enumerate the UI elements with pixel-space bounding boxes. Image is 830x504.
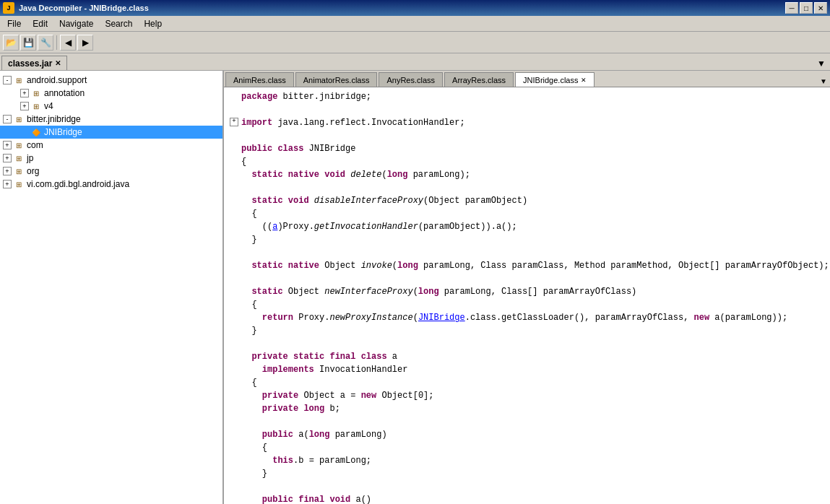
- tree-item-v4[interactable]: + ⊞ v4: [0, 100, 222, 113]
- menu-search[interactable]: Search: [99, 17, 138, 30]
- tree-label: v4: [44, 101, 53, 111]
- code-line: [230, 337, 824, 350]
- code-line: [230, 415, 824, 428]
- outer-tab-label: classes.jar: [8, 58, 52, 69]
- package-icon: ⊞: [30, 87, 42, 99]
- code-panel: AnimRes.class AnimatorRes.class AnyRes.c…: [224, 71, 830, 504]
- tree-toggle-v4[interactable]: +: [20, 102, 29, 110]
- code-line: static Object newInterfaceProxy(long par…: [230, 285, 824, 298]
- tree-item-android-support[interactable]: - ⊞ android.support: [0, 74, 222, 87]
- tree-panel: - ⊞ android.support + ⊞ annotation + ⊞ v…: [0, 71, 224, 504]
- tree-toggle-bitter-jnibridge[interactable]: -: [3, 115, 12, 123]
- tab-arrayres[interactable]: ArrayRes.class: [444, 72, 514, 87]
- inner-tab-close[interactable]: ✕: [581, 77, 587, 84]
- tree-label: android.support: [27, 75, 87, 85]
- tree-item-jp[interactable]: + ⊞ jp: [0, 152, 222, 165]
- code-line: static void disableInterfaceProxy(Object…: [230, 194, 824, 207]
- toolbar: 📂 💾 🔧 ◀ ▶: [0, 32, 830, 53]
- tree-label: annotation: [44, 88, 85, 98]
- outer-tab-close[interactable]: ✕: [55, 59, 61, 67]
- code-line: private long b;: [230, 402, 824, 415]
- tab-label: JNIBridge.class: [523, 76, 578, 84]
- code-line: [230, 272, 824, 285]
- tree-label: com: [27, 140, 43, 150]
- menu-file[interactable]: File: [1, 17, 27, 30]
- code-line: public class JNIBridge: [230, 142, 824, 155]
- code-line: {: [230, 207, 824, 220]
- app-icon: J: [3, 2, 14, 14]
- code-area[interactable]: package bitter.jnibridge; + import java.…: [224, 87, 830, 504]
- package-icon: ⊞: [13, 152, 25, 164]
- tree-label: vi.com.gdi.bgl.android.java: [27, 179, 129, 189]
- tab-label: AnimatorRes.class: [303, 76, 370, 84]
- code-line: [230, 246, 824, 259]
- tree-toggle-android-support[interactable]: -: [3, 76, 12, 84]
- tree-toggle-com[interactable]: +: [3, 141, 12, 149]
- tree-item-vi-com[interactable]: + ⊞ vi.com.gdi.bgl.android.java: [0, 178, 222, 191]
- toolbar-open[interactable]: 📂: [3, 35, 19, 51]
- tree-toggle-annotation[interactable]: +: [20, 89, 29, 97]
- menu-navigate[interactable]: Navigate: [53, 17, 99, 30]
- code-line: [230, 103, 824, 116]
- outer-tab-classes-jar[interactable]: classes.jar ✕: [1, 56, 67, 70]
- code-line: [230, 181, 824, 194]
- tree-toggle-org[interactable]: +: [3, 167, 12, 175]
- tab-jnibridge[interactable]: JNIBridge.class ✕: [515, 72, 595, 87]
- package-icon: ⊞: [30, 100, 42, 112]
- menu-help[interactable]: Help: [138, 17, 168, 30]
- package-icon: ⊞: [13, 178, 25, 190]
- package-icon: ⊞: [13, 165, 25, 177]
- package-icon: ⊞: [13, 113, 25, 125]
- toolbar-save[interactable]: 💾: [20, 35, 36, 51]
- code-line: static native void delete(long paramLong…: [230, 168, 824, 181]
- tab-label: AnyRes.class: [386, 76, 435, 84]
- package-icon: ⊞: [13, 139, 25, 151]
- outer-tabs-scroll[interactable]: ▼: [814, 57, 829, 70]
- tree-item-com[interactable]: + ⊞ com: [0, 139, 222, 152]
- tree-item-bitter-jnibridge[interactable]: - ⊞ bitter.jnibridge: [0, 113, 222, 126]
- maximize-button[interactable]: □: [800, 2, 813, 14]
- toolbar-settings[interactable]: 🔧: [38, 35, 53, 51]
- code-line: public final void a(): [230, 493, 824, 504]
- code-line: }: [230, 233, 824, 246]
- tab-animres[interactable]: AnimRes.class: [225, 72, 294, 87]
- tree-item-jnibridge[interactable]: 🔶 JNIBridge: [0, 126, 222, 139]
- code-line: implements InvocationHandler: [230, 363, 824, 376]
- tab-animatorres[interactable]: AnimatorRes.class: [295, 72, 378, 87]
- code-line: return Proxy.newProxyInstance(JNIBridge.…: [230, 311, 824, 324]
- code-line: [230, 480, 824, 493]
- menu-bar: File Edit Navigate Search Help: [0, 16, 830, 32]
- tree-item-org[interactable]: + ⊞ org: [0, 165, 222, 178]
- package-icon: ⊞: [13, 74, 25, 86]
- code-line: private Object a = new Object[0];: [230, 389, 824, 402]
- close-button[interactable]: ✕: [814, 2, 827, 14]
- title-bar: J Java Decompiler - JNIBridge.class ─ □ …: [0, 0, 830, 16]
- code-fold-toggle[interactable]: +: [230, 118, 238, 126]
- minimize-button[interactable]: ─: [785, 2, 798, 14]
- code-line: static native Object invoke(long paramLo…: [230, 259, 824, 272]
- tree-toggle-vi-com[interactable]: +: [3, 180, 12, 188]
- main-layout: - ⊞ android.support + ⊞ annotation + ⊞ v…: [0, 71, 830, 504]
- tree-label: JNIBridge: [44, 127, 82, 137]
- tab-label: AnimRes.class: [233, 76, 286, 84]
- toolbar-forward[interactable]: ▶: [77, 35, 93, 51]
- tree-toggle-jp[interactable]: +: [3, 154, 12, 162]
- class-icon: 🔶: [30, 126, 42, 138]
- code-line: ((a)Proxy.getInvocationHandler(paramObje…: [230, 220, 824, 233]
- tab-anyres[interactable]: AnyRes.class: [379, 72, 443, 87]
- code-line: {: [230, 298, 824, 311]
- tabs-scroll[interactable]: ▼: [818, 76, 829, 87]
- tree-label: org: [27, 166, 39, 176]
- inner-tabs: AnimRes.class AnimatorRes.class AnyRes.c…: [224, 71, 830, 87]
- app-title: Java Decompiler - JNIBridge.class: [19, 4, 149, 12]
- menu-edit[interactable]: Edit: [27, 17, 53, 30]
- tree-item-annotation[interactable]: + ⊞ annotation: [0, 87, 222, 100]
- code-line: private static final class a: [230, 350, 824, 363]
- code-line: public a(long paramLong): [230, 428, 824, 441]
- code-line: + import java.lang.reflect.InvocationHan…: [230, 116, 824, 129]
- toolbar-back[interactable]: ◀: [60, 35, 76, 51]
- code-line: package bitter.jnibridge;: [230, 90, 824, 103]
- code-line: {: [230, 441, 824, 454]
- code-line: [230, 129, 824, 142]
- code-line: }: [230, 467, 824, 480]
